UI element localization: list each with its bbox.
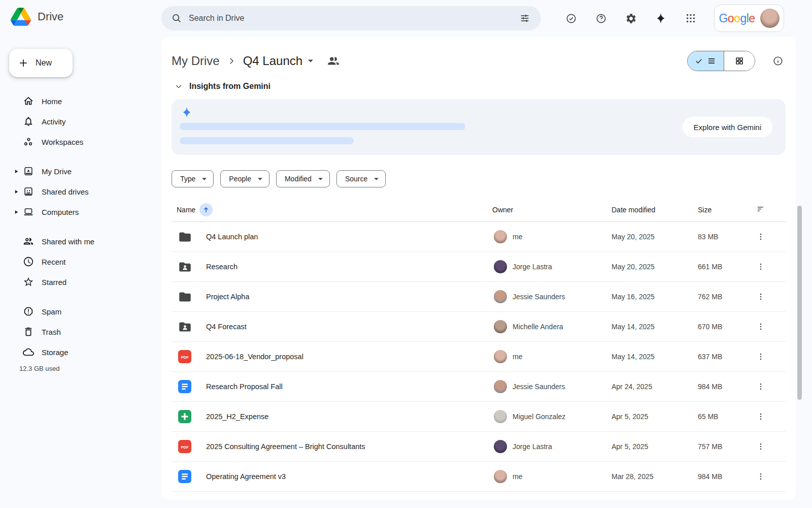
star-icon — [22, 276, 35, 288]
sidebar-item-spam[interactable]: Spam — [0, 301, 161, 322]
shared-with-me-icon — [22, 235, 35, 247]
sidebar-item-label: Shared drives — [42, 187, 89, 196]
more-options-button[interactable] — [753, 408, 769, 425]
sidebar-item-shared-with-me[interactable]: Shared with me — [0, 231, 161, 251]
filter-chip-people[interactable]: People — [220, 170, 269, 187]
user-avatar[interactable] — [760, 9, 780, 28]
owner-name: Jorge Lastra — [513, 263, 552, 271]
apps-grid-icon[interactable] — [680, 7, 702, 29]
list-view-button[interactable] — [688, 51, 724, 71]
expand-arrow-icon[interactable] — [14, 210, 22, 214]
table-row[interactable]: PDF 2025 Consulting Agreement – Bright C… — [172, 432, 786, 462]
sidebar-item-label: Computers — [42, 208, 79, 216]
sidebar-item-trash[interactable]: Trash — [0, 322, 161, 342]
folder-menu-caret-icon[interactable] — [308, 59, 314, 63]
more-options-button[interactable] — [753, 319, 769, 335]
search-icon[interactable] — [165, 7, 188, 29]
table-row[interactable]: Q4 Launch plan me May 20, 2025 83 MB — [172, 222, 786, 252]
table-row[interactable]: Operating Agreement v3 me Mar 28, 2025 9… — [172, 462, 786, 492]
loading-skeleton-bar — [180, 137, 354, 144]
workspaces-icon — [22, 136, 35, 148]
sidebar-item-workspaces[interactable]: Workspaces — [0, 132, 161, 152]
file-name: Project Alpha — [206, 293, 249, 301]
owner-name: me — [513, 472, 522, 481]
table-row[interactable]: PDF 2025-06-18_Vendor_proposal me May 14… — [172, 342, 786, 372]
sort-ascending-icon[interactable] — [199, 203, 213, 216]
more-options-button[interactable] — [753, 289, 769, 305]
sidebar-item-label: Storage — [42, 348, 69, 357]
search-options-icon[interactable] — [514, 7, 536, 29]
vertical-scrollbar[interactable] — [797, 206, 802, 400]
table-row[interactable]: Research Proposal Fall Jessie Saunders A… — [172, 372, 786, 402]
sidebar-item-computers[interactable]: Computers — [0, 202, 161, 222]
breadcrumb-current[interactable]: Q4 Launch — [243, 54, 314, 68]
chevron-down-icon[interactable] — [175, 82, 183, 90]
sidebar-item-recent[interactable]: Recent — [0, 251, 161, 272]
search-bar[interactable] — [161, 6, 541, 30]
table-row[interactable]: Project Alpha Jessie Saunders May 16, 20… — [172, 282, 786, 312]
insights-header[interactable]: Insights from Gemini — [172, 80, 786, 92]
check-icon — [695, 57, 703, 65]
filter-chip-type[interactable]: Type — [172, 170, 214, 187]
google-account-pill[interactable]: Google — [714, 5, 784, 32]
owner-avatar — [494, 410, 507, 423]
sidebar-item-home[interactable]: Home — [0, 91, 161, 111]
sidebar-item-label: Recent — [42, 258, 66, 266]
three-dot-menu-icon — [756, 262, 765, 271]
expand-arrow-icon[interactable] — [14, 189, 22, 194]
expand-arrow-icon[interactable] — [14, 169, 22, 174]
sidebar-item-shared-drives[interactable]: Shared drives — [0, 181, 161, 202]
details-info-icon[interactable] — [770, 53, 786, 69]
explore-with-gemini-button[interactable]: Explore with Gemini — [683, 117, 772, 137]
dropdown-caret-icon — [201, 177, 207, 181]
owner-avatar — [494, 380, 507, 393]
column-header-name[interactable]: Name — [177, 203, 213, 216]
grid-icon — [735, 56, 744, 66]
more-options-button[interactable] — [753, 378, 769, 395]
more-options-button[interactable] — [753, 259, 769, 275]
more-options-button[interactable] — [753, 348, 769, 365]
file-size: 984 MB — [698, 472, 722, 481]
sheet-icon — [178, 409, 192, 424]
date-modified: May 20, 2025 — [612, 263, 655, 271]
new-button[interactable]: New — [9, 49, 73, 77]
owner-name: Michelle Andera — [513, 323, 563, 331]
sidebar-item-my-drive[interactable]: My Drive — [0, 161, 161, 181]
more-options-button[interactable] — [753, 468, 769, 485]
gemini-spark-icon[interactable] — [650, 7, 672, 29]
breadcrumb-chevron-icon — [227, 56, 236, 66]
drive-triangle-icon — [11, 8, 31, 26]
settings-gear-icon[interactable] — [620, 7, 642, 29]
drive-logo[interactable]: Drive — [11, 8, 63, 26]
breadcrumb-root[interactable]: My Drive — [172, 54, 220, 68]
google-logo-letter: e — [749, 12, 755, 25]
sidebar-item-storage[interactable]: Storage — [0, 342, 161, 362]
owner-name: me — [513, 353, 522, 361]
filter-chip-modified[interactable]: Modified — [276, 170, 330, 187]
column-header-modified[interactable]: Date modified — [612, 206, 655, 214]
help-icon[interactable] — [590, 7, 612, 29]
table-row[interactable]: Q4 Forecast Michelle Andera May 14, 2025… — [172, 312, 786, 342]
column-label: Size — [698, 206, 712, 214]
table-row[interactable]: 2025_H2_Expense Miguel Gonzalez Apr 5, 2… — [172, 402, 786, 432]
three-dot-menu-icon — [756, 442, 765, 451]
sidebar-item-activity[interactable]: Activity — [0, 111, 161, 132]
sidebar-item-starred[interactable]: Starred — [0, 272, 161, 292]
column-header-owner[interactable]: Owner — [492, 206, 513, 214]
table-row[interactable]: Research Jorge Lastra May 20, 2025 661 M… — [172, 252, 786, 282]
owner-avatar — [494, 290, 507, 303]
date-modified: Apr 5, 2025 — [612, 442, 648, 451]
column-header-size[interactable]: Size — [698, 206, 712, 214]
google-logo-letter: o — [734, 12, 740, 25]
sidebar-item-label: Trash — [42, 328, 61, 336]
approvals-check-circle-icon[interactable] — [560, 7, 582, 29]
sort-options-icon[interactable] — [756, 205, 765, 215]
chip-label: People — [229, 175, 251, 183]
search-input[interactable] — [188, 13, 514, 23]
storage-used-label: 12.3 GB used — [19, 365, 60, 372]
more-options-button[interactable] — [753, 229, 769, 245]
filter-chip-source[interactable]: Source — [336, 170, 386, 187]
more-options-button[interactable] — [753, 438, 769, 455]
grid-view-button[interactable] — [724, 51, 755, 71]
owner-avatar — [494, 440, 507, 453]
